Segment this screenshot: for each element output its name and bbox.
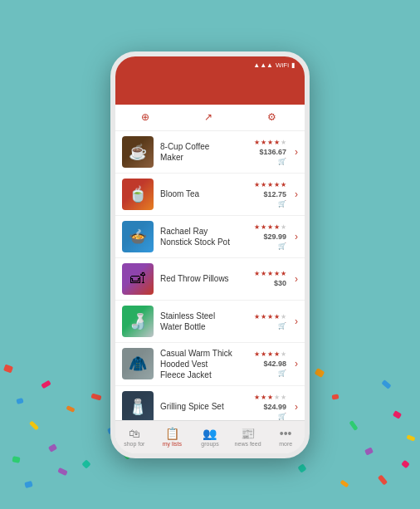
confetti-piece [315,368,325,378]
list-item[interactable]: 🧥 Casual Warm Thick Hooded Vest Fleece J… [115,343,305,386]
star-filled: ★ [261,350,266,358]
cart-icon: 🛒 [278,370,286,377]
star-empty: ★ [274,394,280,401]
action-bar: ⊕ ↗ ⚙ [115,105,305,131]
star-filled: ★ [261,270,266,277]
confetti-piece [12,456,20,463]
star-filled: ★ [261,313,266,321]
item-stars: ★★★★★ [254,139,286,146]
phone-frame: ▲▲▲ WiFi ▮ ⊕ ↗ ⚙ ☕ 8-Cup Coffee Maker ★★… [110,51,310,458]
item-stars: ★★★★★ [254,181,286,188]
star-empty: ★ [281,223,286,231]
confetti-piece [48,443,57,453]
chevron-right-icon: › [295,231,298,242]
item-name: Red Throw Pillows [160,273,234,284]
item-details: ★★★★★ $24.99 🛒 [241,394,286,420]
item-stars: ★★★★★ [254,313,286,321]
nav-item-groups[interactable]: 👥 groups [191,421,229,453]
star-filled: ★ [254,139,260,146]
cart-icon: 🛒 [278,322,286,330]
item-price: $29.99 [263,232,286,241]
star-filled: ★ [267,139,273,146]
star-filled: ★ [261,139,266,146]
star-filled: ★ [281,270,286,277]
lists-nav-label: my lists [163,441,182,447]
list-item[interactable]: ☕ 8-Cup Coffee Maker ★★★★★ $136.67 🛒 › [115,131,305,174]
signal-icon: ▲▲▲ [253,61,273,69]
item-price: $42.98 [263,360,286,368]
star-filled: ★ [254,313,260,321]
more-nav-label: more [279,441,292,447]
item-image: 🍵 [122,179,154,210]
wishlist-items: ☕ 8-Cup Coffee Maker ★★★★★ $136.67 🛒 › 🍵… [115,131,305,420]
chevron-right-icon: › [295,358,298,370]
item-name: Rachael Ray Nonstick Stock Pot [160,226,234,247]
battery-icon: ▮ [291,61,295,69]
item-image: 🛋 [122,263,154,295]
item-stars: ★★★★★ [254,350,286,358]
item-price: $30 [274,279,286,287]
share-button[interactable]: ↗ [204,111,215,123]
star-filled: ★ [254,394,260,401]
star-filled: ★ [261,181,266,188]
star-filled: ★ [254,270,260,277]
confetti-piece [41,380,51,389]
nav-item-feed[interactable]: 📰 news feed [229,421,267,453]
item-name: Bloom Tea [160,188,234,199]
confetti-piece [364,447,374,455]
confetti-piece [406,434,415,441]
nav-item-lists[interactable]: 📋 my lists [154,421,192,453]
star-empty: ★ [281,313,286,321]
item-price: $136.67 [259,148,286,156]
item-stars: ★★★★★ [254,223,286,231]
confetti-piece [81,459,90,468]
star-filled: ★ [267,270,273,277]
confetti-piece [3,365,13,374]
item-name: 8-Cup Coffee Maker [160,141,234,163]
star-filled: ★ [261,394,266,401]
item-details: ★★★★★ $136.67 🛒 [241,139,286,165]
shop-nav-icon: 🛍 [129,427,140,440]
star-filled: ★ [274,181,280,188]
confetti-piece [393,410,402,419]
list-item[interactable]: 🧂 Grilling Spice Set ★★★★★ $24.99 🛒 › [115,386,305,420]
cart-icon: 🛒 [278,200,286,208]
confetti-piece [29,420,39,430]
star-filled: ★ [261,223,266,231]
add-button[interactable]: ⊕ [141,111,152,123]
item-stars: ★★★★★ [254,270,286,277]
item-price: $12.75 [263,190,286,198]
list-item[interactable]: 🛋 Red Throw Pillows ★★★★★ $30 › [115,258,305,301]
settings-button[interactable]: ⚙ [267,111,279,123]
star-filled: ★ [254,181,260,188]
nav-item-shop[interactable]: 🛍 shop for [115,421,154,453]
settings-icon: ⚙ [267,111,276,123]
groups-nav-label: groups [201,441,218,447]
item-image: 🍶 [122,306,154,337]
item-name: Casual Warm Thick Hooded Vest Fleece Jac… [160,348,234,380]
star-filled: ★ [274,313,280,321]
cart-icon: 🛒 [278,158,286,165]
cart-icon: 🛒 [278,413,286,420]
status-icons: ▲▲▲ WiFi ▮ [253,61,295,69]
share-icon: ↗ [204,111,212,123]
list-item[interactable]: 🍶 Stainless Steel Water Bottle ★★★★★ 🛒 › [115,301,305,343]
star-empty: ★ [281,139,286,146]
list-item[interactable]: 🍵 Bloom Tea ★★★★★ $12.75 🛒 › [115,174,305,216]
star-filled: ★ [274,223,280,231]
star-filled: ★ [267,313,273,321]
item-image: 🧥 [122,348,154,379]
star-filled: ★ [274,139,280,146]
star-filled: ★ [254,350,260,358]
app-header [115,75,305,105]
nav-item-more[interactable]: ••• more [266,421,305,453]
star-filled: ★ [274,350,280,358]
add-icon: ⊕ [141,111,149,123]
item-image: 🍲 [122,221,154,252]
list-item[interactable]: 🍲 Rachael Ray Nonstick Stock Pot ★★★★★ $… [115,216,305,258]
star-filled: ★ [267,223,273,231]
item-image: ☕ [122,136,154,168]
star-filled: ★ [267,181,273,188]
item-price: $24.99 [263,403,286,411]
confetti-piece [381,379,391,389]
